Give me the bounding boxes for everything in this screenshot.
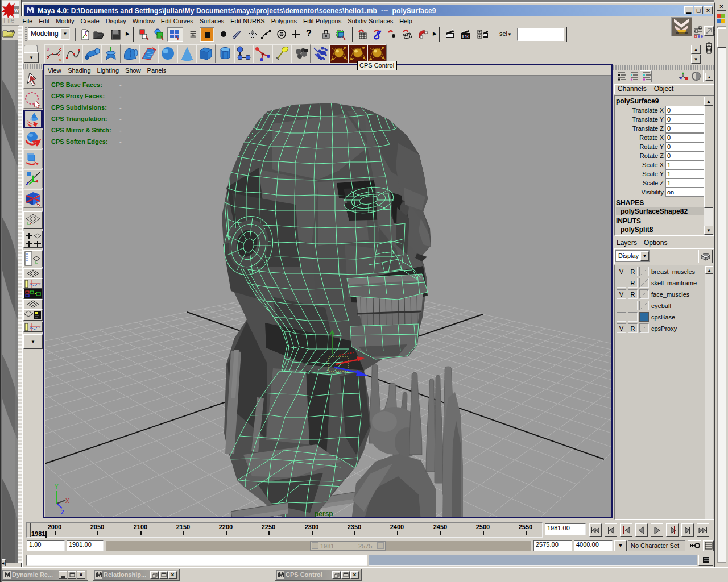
svg-text:persp: persp bbox=[315, 510, 333, 517]
svg-text:X: X bbox=[65, 498, 69, 504]
svg-text:u: u bbox=[47, 47, 49, 51]
svg-text:u: u bbox=[59, 57, 61, 61]
svg-text:Z: Z bbox=[61, 509, 64, 516]
svg-text:w: w bbox=[14, 7, 19, 13]
svg-text:Y: Y bbox=[55, 484, 59, 490]
svg-text:IPR: IPR bbox=[462, 34, 469, 38]
